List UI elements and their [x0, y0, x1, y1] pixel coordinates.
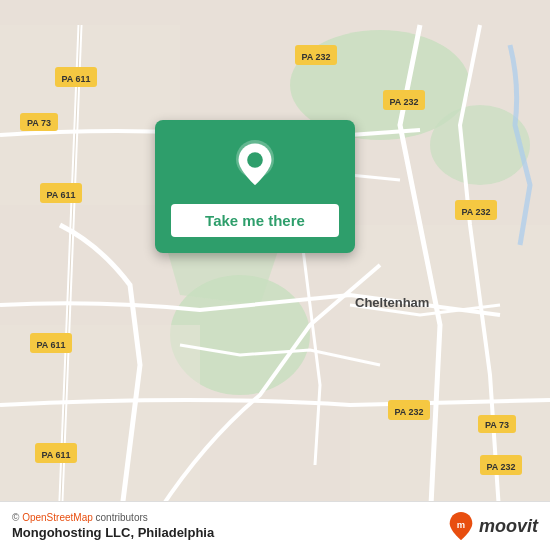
svg-text:PA 611: PA 611 — [41, 450, 70, 460]
svg-text:PA 73: PA 73 — [485, 420, 509, 430]
attribution-suffix: contributors — [96, 512, 148, 523]
svg-text:PA 611: PA 611 — [46, 190, 75, 200]
svg-text:PA 232: PA 232 — [301, 52, 330, 62]
map-background: PA 611 PA 611 PA 611 PA 611 PA 232 PA 23… — [0, 0, 550, 550]
svg-point-34 — [247, 152, 263, 168]
moovit-logo: m moovit — [447, 510, 538, 542]
svg-text:PA 611: PA 611 — [36, 340, 65, 350]
svg-text:PA 232: PA 232 — [486, 462, 515, 472]
map-container: PA 611 PA 611 PA 611 PA 611 PA 232 PA 23… — [0, 0, 550, 550]
svg-text:Cheltenham: Cheltenham — [355, 295, 429, 310]
svg-text:m: m — [457, 519, 465, 530]
attribution-symbol: © — [12, 512, 19, 523]
company-name: Mongohosting LLC, Philadelphia — [12, 525, 214, 540]
take-me-there-button[interactable]: Take me there — [171, 204, 339, 237]
location-card: Take me there — [155, 120, 355, 253]
location-pin-icon — [229, 140, 281, 192]
svg-text:PA 232: PA 232 — [394, 407, 423, 417]
svg-rect-6 — [350, 225, 550, 525]
bottom-bar: © OpenStreetMap contributors Mongohostin… — [0, 501, 550, 550]
moovit-pin-icon: m — [447, 510, 475, 542]
attribution: © OpenStreetMap contributors — [12, 512, 214, 523]
svg-text:PA 73: PA 73 — [27, 118, 51, 128]
svg-text:PA 232: PA 232 — [389, 97, 418, 107]
svg-text:PA 611: PA 611 — [61, 74, 90, 84]
moovit-brand-text: moovit — [479, 516, 538, 537]
bottom-left-info: © OpenStreetMap contributors Mongohostin… — [12, 512, 214, 540]
svg-text:PA 232: PA 232 — [461, 207, 490, 217]
openstreetmap-link[interactable]: OpenStreetMap — [22, 512, 93, 523]
